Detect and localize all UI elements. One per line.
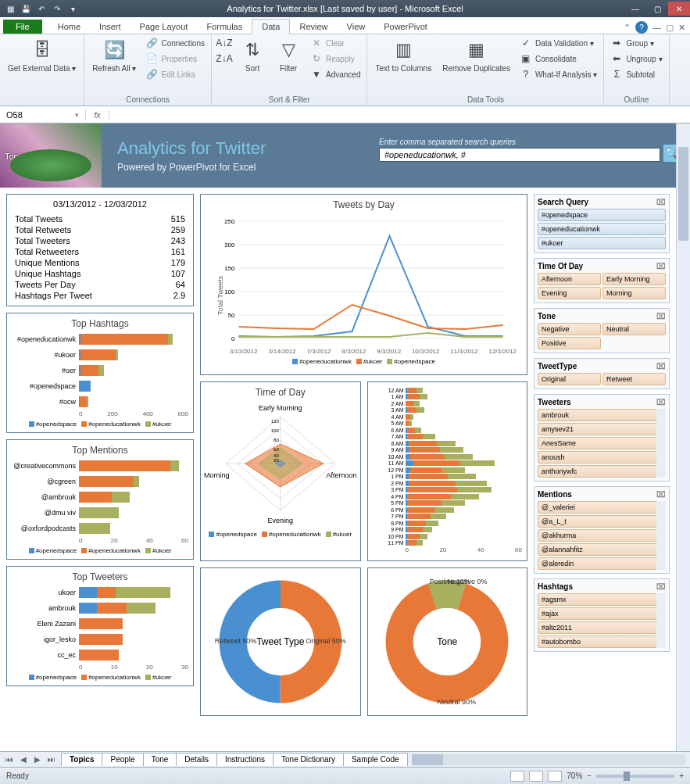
slicer-item[interactable]: Neutral (602, 323, 666, 335)
clear-filter-icon[interactable]: ⌧ (656, 362, 666, 371)
search-input[interactable]: #openeducationwk, # (379, 148, 660, 162)
filter-button[interactable]: ▽Filter (273, 36, 304, 74)
clear-filter-icon[interactable]: ⌧ (656, 198, 666, 206)
tab-review[interactable]: Review (290, 20, 337, 34)
slicer-item[interactable]: #openedspace (538, 209, 666, 221)
slicer-item[interactable]: Morning (602, 287, 666, 299)
slicer-item[interactable]: @_valeriei (538, 501, 666, 514)
slicer-item[interactable]: #autobombo (538, 635, 666, 648)
scrollbar-thumb[interactable] (678, 147, 688, 241)
slicer-item[interactable]: anoush (538, 451, 666, 464)
page-break-button[interactable] (548, 771, 562, 782)
edit-links-button[interactable]: 🔗Edit Links (144, 67, 206, 81)
sheet-tab[interactable]: Topics (61, 753, 102, 766)
data-validation-button[interactable]: ✓Data Validation ▾ (518, 36, 599, 50)
sheet-prev-button[interactable]: ◀ (17, 755, 30, 764)
slicer-item[interactable]: #openeducationwk (538, 223, 666, 235)
slicer-item[interactable]: #ajax (538, 607, 666, 620)
clear-filter-icon[interactable]: ⌧ (656, 312, 666, 320)
advanced-filter-button[interactable]: ▼Advanced (309, 67, 362, 81)
window-min-icon[interactable]: — (652, 23, 661, 32)
minimize-button[interactable]: — (624, 2, 646, 16)
close-button[interactable]: ✕ (668, 2, 690, 16)
sheet-tab[interactable]: People (102, 753, 143, 766)
text-to-columns-button[interactable]: ▥Text to Columns (372, 36, 434, 74)
slicer-item[interactable]: @akhurma (538, 529, 666, 542)
group-button[interactable]: ➡Group ▾ (609, 36, 663, 50)
horizontal-scrollbar[interactable] (412, 754, 685, 765)
window-close-icon[interactable]: ✕ (678, 23, 685, 33)
properties-button[interactable]: 📄Properties (144, 52, 206, 66)
tab-view[interactable]: View (338, 20, 375, 34)
tab-page-layout[interactable]: Page Layout (130, 20, 198, 34)
slicer-item[interactable]: @alannahfitz (538, 543, 666, 556)
zoom-in-button[interactable]: + (679, 771, 684, 780)
ungroup-button[interactable]: ⬅Ungroup ▾ (609, 52, 663, 66)
connections-button[interactable]: 🔗Connections (144, 36, 206, 50)
fx-button[interactable]: fx (86, 110, 109, 120)
slicer-item[interactable]: ambrouk (538, 409, 666, 421)
clear-filter-icon[interactable]: ⌧ (656, 490, 666, 499)
sort-button[interactable]: ⇅Sort (237, 36, 268, 74)
tab-formulas[interactable]: Formulas (197, 20, 252, 34)
sheet-next-button[interactable]: ▶ (31, 755, 44, 764)
sheet-tab[interactable]: Tone (143, 753, 177, 766)
maximize-button[interactable]: ▢ (646, 2, 668, 16)
slicer-item[interactable]: Negative (538, 323, 601, 335)
slicer-item[interactable]: anthonywfc (538, 465, 666, 478)
slicer-scrollbar[interactable] (656, 593, 666, 648)
minimize-ribbon-icon[interactable]: ⌃ (624, 23, 631, 33)
tab-data[interactable]: Data (252, 19, 290, 34)
zoom-out-button[interactable]: − (587, 771, 592, 780)
sort-asc-button[interactable]: A↓Z (216, 36, 232, 50)
save-icon[interactable]: 💾 (19, 2, 33, 16)
file-tab[interactable]: File (3, 20, 42, 34)
namebox-dropdown-icon[interactable]: ▾ (75, 111, 79, 119)
sheet-last-button[interactable]: ⏭ (45, 755, 58, 764)
search-button[interactable]: 🔍 (663, 145, 676, 162)
sheet-tab[interactable]: Details (176, 753, 217, 766)
clear-filter-button[interactable]: ✕Clear (309, 36, 362, 50)
slicer-item[interactable]: Original (538, 373, 601, 385)
slicer-item[interactable]: Early Morning (602, 273, 666, 285)
remove-duplicates-button[interactable]: ▦Remove Duplicates (439, 36, 513, 74)
help-icon[interactable]: ? (635, 21, 648, 34)
window-restore-icon[interactable]: ▢ (666, 23, 674, 33)
refresh-all-button[interactable]: 🔄 Refresh All ▾ (89, 36, 139, 74)
tab-powerpivot[interactable]: PowerPivot (374, 20, 437, 34)
slicer-item[interactable]: #ukoer (538, 237, 666, 249)
tab-insert[interactable]: Insert (90, 20, 130, 34)
what-if-button[interactable]: ?What-If Analysis ▾ (518, 67, 599, 81)
sheet-tab[interactable]: Tone Dictionary (273, 753, 344, 766)
tab-home[interactable]: Home (48, 20, 90, 34)
clear-filter-icon[interactable]: ⌧ (656, 262, 666, 270)
slicer-item[interactable]: @a_L_t (538, 515, 666, 528)
slicer-item[interactable]: @aleredin (538, 557, 666, 570)
scrollbar-thumb[interactable] (412, 754, 443, 765)
undo-icon[interactable]: ↶ (34, 2, 48, 16)
slicer-item[interactable]: Afternoon (538, 273, 601, 285)
slicer-scrollbar[interactable] (656, 409, 666, 478)
zoom-slider[interactable] (596, 775, 674, 778)
get-external-data-button[interactable]: 🗄 Get External Data ▾ (5, 36, 79, 74)
normal-view-button[interactable] (510, 771, 524, 782)
clear-filter-icon[interactable]: ⌧ (656, 398, 666, 406)
clear-filter-icon[interactable]: ⌧ (656, 582, 666, 591)
sort-desc-button[interactable]: Z↓A (216, 52, 232, 66)
slicer-item[interactable]: Evening (538, 287, 601, 299)
subtotal-button[interactable]: ΣSubtotal (609, 67, 663, 81)
sheet-first-button[interactable]: ⏮ (3, 755, 16, 764)
reapply-button[interactable]: ↻Reapply (309, 52, 362, 66)
slicer-scrollbar[interactable] (656, 501, 666, 570)
excel-icon[interactable]: ▦ (3, 2, 17, 16)
slicer-item[interactable]: Retweet (602, 373, 666, 385)
slicer-item[interactable]: amysev21 (538, 423, 666, 435)
page-layout-button[interactable] (529, 771, 543, 782)
zoom-thumb[interactable] (624, 771, 630, 781)
slicer-item[interactable]: AnesSame (538, 437, 666, 449)
qat-dropdown-icon[interactable]: ▾ (66, 2, 80, 16)
name-box[interactable]: O58▾ (0, 110, 86, 120)
slicer-item[interactable]: #agsmx (538, 593, 666, 606)
sheet-tab[interactable]: Instructions (216, 753, 273, 766)
consolidate-button[interactable]: ▣Consolidate (518, 52, 599, 66)
